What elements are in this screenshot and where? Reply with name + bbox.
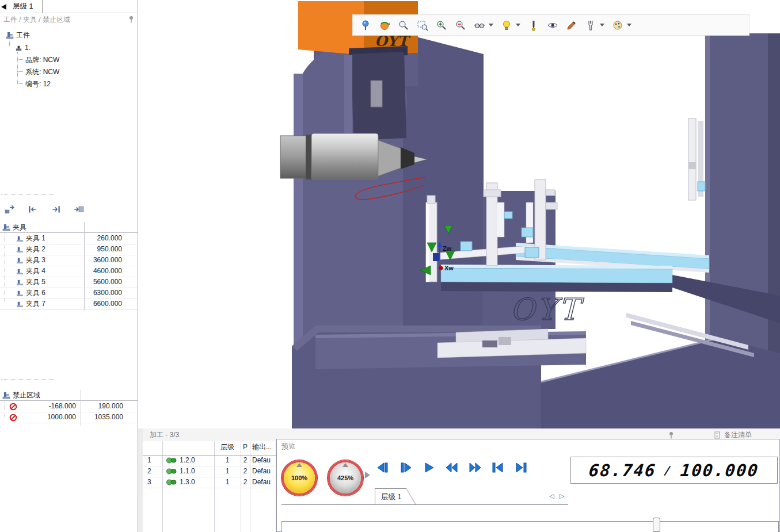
fixture-row[interactable]: 夹具 3 3600.000 xyxy=(0,255,138,266)
tree-connector xyxy=(17,83,23,84)
3d-viewport[interactable]: OYT xyxy=(139,0,780,428)
rewind-button[interactable] xyxy=(445,461,459,474)
fixture-icon xyxy=(16,257,24,264)
fixtures-header: 夹具 xyxy=(0,222,138,233)
fixture-row[interactable]: 夹具 4 4600.000 xyxy=(0,266,138,277)
zone-value: 1035.000 xyxy=(82,412,123,423)
row-id: 1.2.0 xyxy=(180,455,212,466)
tabstrip-baseline xyxy=(281,504,568,505)
tool-display-icon[interactable] xyxy=(528,20,539,31)
insert-before-icon xyxy=(5,204,15,215)
insert-before-button[interactable] xyxy=(1,201,18,217)
column-header-output: 输出... xyxy=(252,441,276,452)
tab-scroll-right-icon[interactable]: ▷ xyxy=(560,492,564,500)
tools-dropdown-icon[interactable] xyxy=(600,24,604,26)
column-header-p: P xyxy=(241,441,250,452)
tree-label: 1. xyxy=(25,43,31,53)
zoom-icon[interactable] xyxy=(398,20,409,31)
axis-z-label: Zw xyxy=(443,245,452,252)
move-left-icon xyxy=(28,204,38,215)
zoom-out-icon[interactable] xyxy=(455,20,466,31)
progress-separator: / xyxy=(664,464,674,477)
timeline-track[interactable] xyxy=(281,521,779,532)
knob-step-icon[interactable] xyxy=(365,472,370,479)
machining-table: 层级 P 输出... 1 1.2.0 1 2 Defau 2 1.1.0 1 2… xyxy=(143,441,276,532)
zoom-in-icon[interactable] xyxy=(436,20,447,31)
probe-icon[interactable] xyxy=(360,20,371,31)
light-icon[interactable] xyxy=(501,20,512,31)
skip-to-end-button[interactable] xyxy=(514,461,528,474)
tree-connector xyxy=(17,59,23,60)
fixture-row[interactable]: 夹具 5 5600.000 xyxy=(0,277,138,288)
forbidden-title: 禁止区域 xyxy=(13,390,40,401)
notes-icon[interactable] xyxy=(714,431,721,439)
fixture-name: 夹具 4 xyxy=(26,266,45,277)
tree-item-system[interactable]: 系统: NCW xyxy=(25,67,59,77)
tree-connector xyxy=(9,38,10,46)
fixture-icon xyxy=(16,235,24,242)
table-row[interactable]: 2 1.1.0 1 2 Defau xyxy=(143,466,276,477)
light-dropdown-icon[interactable] xyxy=(516,24,520,26)
preview-panel: 预览 100% 425% 68.746 / 100.000 层级 1 xyxy=(276,439,780,532)
zoom-knob[interactable]: 425% xyxy=(328,460,363,496)
tree-label: 编号: 12 xyxy=(25,79,51,89)
table-row[interactable]: 1 1.2.0 1 2 Defau xyxy=(143,455,276,466)
fixture-row[interactable]: 夹具 1 260.000 xyxy=(0,233,138,244)
forbidden-header: 禁止区域 xyxy=(0,390,138,401)
tools-icon[interactable] xyxy=(585,20,596,31)
tab-scroll-left-icon[interactable]: ◁ xyxy=(549,492,554,500)
view-toolbar xyxy=(352,14,749,36)
row-output: Defau xyxy=(252,466,276,477)
zoom-window-icon[interactable] xyxy=(417,20,428,31)
pin-icon[interactable] xyxy=(128,16,135,24)
tree-item-number[interactable]: 编号: 12 xyxy=(25,79,51,89)
fast-forward-button[interactable] xyxy=(468,461,482,474)
fixture-name: 夹具 6 xyxy=(26,288,45,298)
fixture-row[interactable]: 夹具 7 6600.000 xyxy=(0,298,138,310)
fixture-row[interactable]: 夹具 2 950.000 xyxy=(0,244,138,255)
speed-knob[interactable]: 100% xyxy=(281,460,317,496)
move-left-button[interactable] xyxy=(24,201,41,217)
dock-arrow-icon[interactable] xyxy=(1,4,6,10)
tree-label: 工件 xyxy=(16,30,30,40)
fixture-icon xyxy=(16,289,24,297)
forbidden-row[interactable]: -168.000 190.000 xyxy=(0,401,138,412)
color-icon[interactable] xyxy=(612,20,623,31)
step-forward-button[interactable] xyxy=(399,461,413,474)
row-number: 2 xyxy=(147,466,159,477)
tab-level-1[interactable]: 层级 1 xyxy=(8,0,43,13)
paint-icon[interactable] xyxy=(566,20,577,31)
visibility-icon[interactable] xyxy=(547,20,558,31)
view-mode-dropdown-icon[interactable] xyxy=(489,24,493,26)
skip-to-start-button[interactable] xyxy=(491,461,505,474)
tree-item-brand[interactable]: 品牌: NCW xyxy=(25,55,59,65)
step-back-button[interactable] xyxy=(376,461,390,474)
zone-value: 1000.000 xyxy=(23,412,76,423)
table-header-row: 层级 P 输出... xyxy=(143,441,276,456)
pin-icon[interactable] xyxy=(668,431,675,439)
play-button[interactable] xyxy=(422,461,436,474)
move-right-button[interactable] xyxy=(47,201,64,217)
row-output: Defau xyxy=(252,455,276,466)
fixture-value: 6300.000 xyxy=(86,288,122,298)
dock-splitter[interactable] xyxy=(138,428,143,532)
fixture-row[interactable]: 夹具 6 6300.000 xyxy=(0,288,138,299)
status-green-icon xyxy=(166,477,177,488)
fixture-name: 夹具 5 xyxy=(26,277,45,288)
preview-tab[interactable]: 层级 1 xyxy=(375,488,416,505)
machine-icon xyxy=(2,223,10,231)
timeline-handle[interactable] xyxy=(653,518,660,532)
view-mode-icon[interactable] xyxy=(474,20,485,31)
panel-title: 工件 / 夹具 / 禁止区域 xyxy=(3,15,70,25)
zone-value: 190.000 xyxy=(82,401,123,412)
rotate-view-icon[interactable] xyxy=(379,20,390,31)
playback-controls xyxy=(376,461,528,474)
insert-after-icon xyxy=(74,204,84,215)
table-row[interactable]: 3 1.3.0 1 2 Defau xyxy=(143,477,276,488)
logo-engraved: OYT xyxy=(510,292,584,327)
insert-after-button[interactable] xyxy=(70,201,87,217)
part-icon xyxy=(15,44,22,52)
forbidden-row[interactable]: 1000.000 1035.000 xyxy=(0,412,138,423)
fixture-name: 夹具 3 xyxy=(26,255,45,266)
color-dropdown-icon[interactable] xyxy=(627,24,631,26)
